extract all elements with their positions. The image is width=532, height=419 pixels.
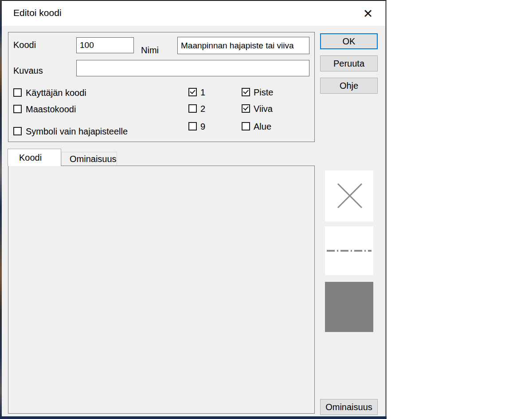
checkbox-level-1[interactable]: [188, 88, 197, 96]
dialog-titlebar[interactable]: Editoi koodi ✕: [2, 1, 385, 26]
checkbox-piste-label: Piste: [254, 87, 273, 98]
kuvaus-label: Kuvaus: [13, 66, 43, 76]
properties-button[interactable]: Ominaisuus: [320, 399, 378, 415]
area-fill-preview: [325, 282, 373, 332]
nimi-label: Nimi: [141, 45, 159, 55]
cancel-button-label: Peruuta: [333, 59, 364, 69]
dash-dot-line-icon: [327, 250, 372, 252]
checkbox-level-9-label: 9: [200, 122, 205, 132]
dialog-title: Editoi koodi: [13, 8, 62, 18]
checkbox-piste[interactable]: [242, 88, 250, 96]
line-style-preview: [325, 226, 373, 275]
cancel-button[interactable]: Peruuta: [320, 55, 378, 71]
checkbox-maastokoodi[interactable]: [13, 105, 22, 113]
checkbox-symboli-vain-hajapisteelle-label: Symboli vain hajapisteelle: [26, 126, 128, 137]
nimi-input[interactable]: [177, 37, 309, 54]
checkbox-kayttajan-koodi-label: Käyttäjän koodi: [26, 88, 86, 98]
checkbox-level-1-label: 1: [200, 87, 205, 98]
checkbox-symboli-vain-hajapisteelle[interactable]: [13, 127, 22, 135]
close-button[interactable]: ✕: [356, 4, 380, 23]
properties-button-label: Ominaisuus: [325, 402, 372, 412]
checkbox-level-2[interactable]: [188, 104, 197, 113]
koodi-input[interactable]: [76, 37, 134, 53]
tab-koodi-label: Koodi: [19, 153, 42, 163]
koodi-label: Koodi: [13, 40, 36, 50]
tab-ominaisuus-label: Ominaisuus: [70, 154, 117, 164]
checkbox-alue-label: Alue: [254, 122, 271, 132]
tab-ominaisuus[interactable]: Ominaisuus: [61, 152, 117, 166]
checkbox-level-2-label: 2: [200, 104, 205, 114]
tab-pane: [8, 166, 315, 414]
help-button-label: Ohje: [340, 81, 358, 91]
checkbox-level-9[interactable]: [188, 122, 197, 130]
help-button[interactable]: Ohje: [320, 78, 378, 94]
cross-symbol-icon: [325, 170, 373, 221]
checkbox-kayttajan-koodi[interactable]: [13, 88, 22, 97]
ok-button[interactable]: OK: [320, 33, 378, 49]
symbol-preview: [325, 170, 373, 221]
edit-code-dialog: Editoi koodi ✕ Koodi Nimi Kuvaus Käyttäj…: [2, 0, 387, 416]
kuvaus-input[interactable]: [76, 60, 309, 76]
checkbox-viiva[interactable]: [242, 104, 250, 113]
checkbox-viiva-label: Viiva: [254, 104, 273, 114]
checkbox-maastokoodi-label: Maastokoodi: [26, 104, 76, 115]
ok-button-label: OK: [343, 36, 356, 47]
checkbox-alue[interactable]: [242, 122, 250, 130]
close-icon: ✕: [363, 8, 373, 20]
background-window-edge: [0, 416, 387, 419]
tab-koodi[interactable]: Koodi: [8, 149, 61, 166]
